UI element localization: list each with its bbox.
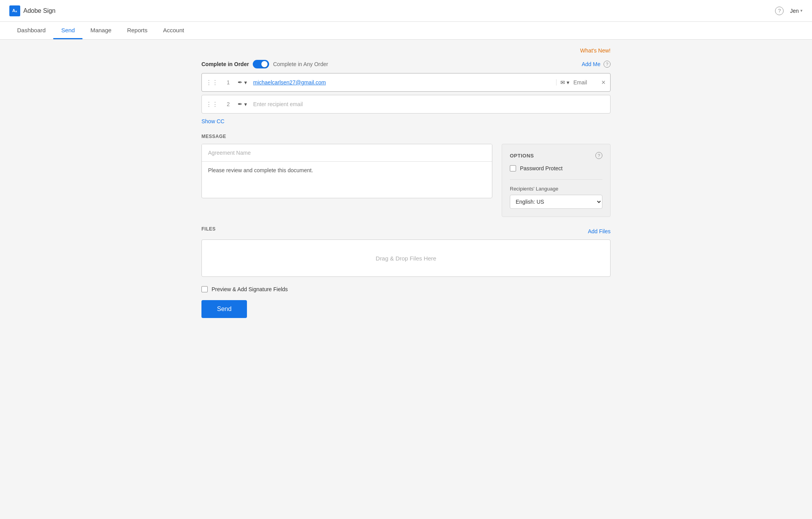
password-protect-row: Password Protect bbox=[510, 165, 602, 171]
logo-text: Adobe Sign bbox=[23, 7, 56, 14]
toggle-thumb bbox=[261, 61, 268, 67]
options-header: OPTIONS ? bbox=[510, 152, 602, 159]
recipients-section: Complete in Order Complete in Any Order … bbox=[201, 60, 611, 124]
content-main: Please review and complete this document… bbox=[201, 144, 492, 198]
preview-checkbox[interactable] bbox=[201, 286, 208, 292]
preview-label: Preview & Add Signature Fields bbox=[212, 286, 288, 292]
chevron-down-icon-2: ▾ bbox=[244, 101, 247, 107]
email-label-input-1[interactable] bbox=[573, 79, 597, 86]
agreement-name-input[interactable] bbox=[202, 144, 492, 162]
message-area: Please review and complete this document… bbox=[201, 144, 492, 198]
tab-dashboard[interactable]: Dashboard bbox=[9, 22, 53, 39]
logo-abbr: Aₓ bbox=[12, 8, 18, 13]
user-name: Jen bbox=[790, 8, 799, 14]
show-cc-link[interactable]: Show CC bbox=[201, 118, 224, 124]
main-nav: Dashboard Send Manage Reports Account bbox=[0, 22, 812, 40]
chevron-down-icon-1: ▾ bbox=[244, 79, 247, 86]
files-header: FILES Add Files bbox=[201, 226, 611, 236]
send-button[interactable]: Send bbox=[201, 300, 247, 318]
help-icon[interactable]: ? bbox=[775, 7, 784, 15]
role-icon-2[interactable]: ✒ ▾ bbox=[234, 101, 250, 108]
order-label: Complete in Order bbox=[201, 61, 249, 67]
options-panel: OPTIONS ? Password Protect Recipients' L… bbox=[502, 144, 611, 217]
add-me-area: Add Me ? bbox=[582, 61, 611, 68]
options-title: OPTIONS bbox=[510, 153, 534, 159]
content-row: Please review and complete this document… bbox=[201, 144, 611, 217]
tab-account[interactable]: Account bbox=[155, 22, 192, 39]
preview-checkbox-row: Preview & Add Signature Fields bbox=[201, 286, 611, 292]
whats-new-link[interactable]: What's New! bbox=[201, 47, 611, 54]
adobe-sign-logo: Aₓ Adobe Sign bbox=[9, 5, 56, 16]
files-section: FILES Add Files Drag & Drop Files Here bbox=[201, 226, 611, 277]
password-protect-checkbox[interactable] bbox=[510, 165, 516, 171]
close-recipient-1[interactable]: × bbox=[597, 79, 610, 87]
pen-icon-2: ✒ bbox=[238, 101, 243, 108]
language-label: Recipients' Language bbox=[510, 186, 602, 192]
add-files-link[interactable]: Add Files bbox=[588, 228, 611, 234]
drag-handle-1[interactable]: ⋮⋮ bbox=[202, 79, 222, 86]
order-control: Complete in Order Complete in Any Order bbox=[201, 60, 328, 68]
header-right: ? Jen ▾ bbox=[775, 7, 803, 15]
recipients-header: Complete in Order Complete in Any Order … bbox=[201, 60, 611, 68]
main-content: What's New! Complete in Order Complete i… bbox=[192, 40, 620, 326]
password-protect-label: Password Protect bbox=[520, 165, 563, 171]
add-me-link[interactable]: Add Me bbox=[582, 61, 600, 67]
order-toggle[interactable] bbox=[253, 60, 269, 68]
email-method-1[interactable]: ✉ ▾ bbox=[556, 79, 573, 86]
tab-reports[interactable]: Reports bbox=[119, 22, 156, 39]
drag-handle-2[interactable]: ⋮⋮ bbox=[202, 101, 222, 108]
file-drop-zone[interactable]: Drag & Drop Files Here bbox=[201, 239, 611, 277]
recipient-row-2: ⋮⋮ 2 ✒ ▾ bbox=[201, 95, 611, 114]
chevron-down-icon-email-1: ▾ bbox=[567, 79, 569, 86]
row-number-2: 2 bbox=[222, 101, 234, 107]
add-me-info-icon[interactable]: ? bbox=[604, 61, 611, 68]
header-left: Aₓ Adobe Sign bbox=[9, 5, 56, 16]
user-chevron-icon: ▾ bbox=[800, 8, 803, 13]
message-section: MESSAGE Please review and complete this … bbox=[201, 134, 611, 217]
logo-icon: Aₓ bbox=[9, 5, 20, 16]
files-section-label: FILES bbox=[201, 226, 216, 232]
bottom-area: Preview & Add Signature Fields Send bbox=[201, 286, 611, 318]
message-body-textarea[interactable]: Please review and complete this document… bbox=[202, 162, 492, 197]
order-alt-label: Complete in Any Order bbox=[273, 61, 328, 67]
email-icon-1: ✉ bbox=[560, 79, 565, 86]
tab-manage[interactable]: Manage bbox=[82, 22, 119, 39]
message-section-label: MESSAGE bbox=[201, 134, 611, 139]
language-select[interactable]: English: US English: UK French German Sp… bbox=[510, 195, 602, 209]
role-icon-1[interactable]: ✒ ▾ bbox=[234, 79, 250, 86]
recipient-email-input-2[interactable] bbox=[250, 101, 610, 107]
options-divider bbox=[510, 179, 602, 180]
nav-tabs: Dashboard Send Manage Reports Account bbox=[9, 22, 192, 39]
toggle-track bbox=[253, 60, 269, 68]
tab-send[interactable]: Send bbox=[53, 22, 82, 39]
row-number-1: 1 bbox=[222, 79, 234, 86]
options-info-icon[interactable]: ? bbox=[595, 152, 602, 159]
recipient-email-input-1[interactable] bbox=[250, 79, 556, 86]
pen-icon-1: ✒ bbox=[238, 79, 243, 86]
app-header: Aₓ Adobe Sign ? Jen ▾ bbox=[0, 0, 812, 22]
recipient-row-1: ⋮⋮ 1 ✒ ▾ ✉ ▾ × bbox=[201, 73, 611, 92]
user-menu[interactable]: Jen ▾ bbox=[790, 8, 803, 14]
drop-zone-text: Drag & Drop Files Here bbox=[376, 255, 436, 262]
